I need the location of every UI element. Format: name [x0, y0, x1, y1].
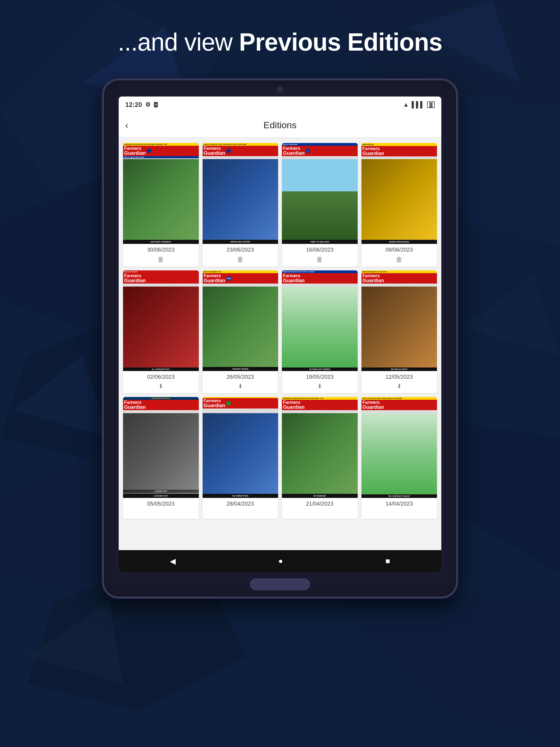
edition-date: 19/05/2023 [285, 374, 355, 380]
sim-icon: ▪ [154, 102, 158, 107]
edition-action [361, 508, 437, 519]
edition-cover: PIGS & POULTRY FIRST ISSUE SPECIAL FEATU… [361, 397, 437, 498]
download-icon[interactable]: ⬇ [397, 383, 402, 390]
edition-date-container: 14/04/2023 [361, 498, 437, 508]
edition-cover: FREE MACHINERY & TRACTOR FarmersGuardian… [361, 271, 437, 371]
edition-action [123, 508, 199, 519]
heading-bold: Previous Editions [239, 28, 442, 56]
battery-icon: ▓ [427, 101, 435, 108]
edition-cover: FarmersGuardian NO DIRECTION [203, 397, 278, 498]
home-bar-area [250, 572, 310, 597]
edition-action[interactable]: ⬇ [203, 381, 278, 393]
edition-cover: DRILLING DOWN FarmersGuardian ILL-THOUGH… [123, 271, 199, 371]
download-icon[interactable]: ⬇ [317, 383, 322, 390]
edition-action[interactable]: ⬇ [361, 381, 437, 393]
home-bar[interactable] [250, 578, 310, 590]
edition-date: 09/06/2023 [364, 247, 434, 253]
edition-cover: BEST OF BREEDS 136 FarmersGuardian 136 T… [203, 271, 278, 371]
edition-cover: CORONATION SPECIAL FarmersGuardian LOCKE… [123, 397, 199, 498]
edition-date: 12/05/2023 [364, 374, 434, 380]
edition-card[interactable]: OSR FOCUS FarmersGuardian MIXED MESSAGES… [361, 143, 437, 266]
edition-date: 21/04/2023 [285, 500, 355, 507]
edition-date-container: 02/06/2023 [123, 371, 199, 381]
svg-marker-14 [465, 274, 560, 356]
edition-action[interactable]: 🗑 [203, 254, 278, 266]
edition-action[interactable]: 🗑 [282, 254, 358, 266]
svg-marker-15 [27, 601, 123, 684]
edition-date-container: 05/05/2023 [123, 498, 199, 508]
edition-date-container: 28/04/2023 [203, 498, 278, 508]
edition-card[interactable]: DIVERSIFICATION BOOSTING BOTTOM LINES - … [282, 397, 358, 519]
svg-marker-10 [328, 574, 560, 747]
edition-date-container: 23/06/2023 [203, 244, 278, 254]
edition-card[interactable]: PIGS & POULTRY FIRST ISSUE SPECIAL FEATU… [361, 397, 437, 519]
back-nav-button[interactable]: ◀ [170, 557, 176, 566]
edition-action[interactable]: ⬇ [282, 381, 358, 393]
edition-action[interactable]: 🗑 [123, 254, 199, 266]
download-icon[interactable]: ⬇ [238, 383, 243, 390]
edition-date: 23/06/2023 [205, 247, 276, 253]
heading-prefix: ...and view [118, 28, 239, 56]
status-right: ▲ ▌▌▌ ▓ [403, 101, 435, 108]
editions-grid: DIVERSIFICATION BOOSTING INCOME STREAMS … [123, 143, 437, 519]
delete-icon[interactable]: 🗑 [316, 256, 323, 263]
edition-card[interactable]: SHOW SEASON IS BACK WITH A BANG! Farmers… [282, 271, 358, 393]
app-header: ‹ Editions [119, 113, 441, 137]
edition-cover: GRANTS SPECIAL LIMIT AVAILABLE FOR YOUR … [203, 143, 278, 244]
delete-icon[interactable]: 🗑 [237, 256, 244, 263]
page-heading: ...and view Previous Editions [118, 27, 442, 57]
nav-bar: ◀ ● ■ [119, 550, 441, 572]
edition-date: 05/05/2023 [126, 500, 196, 507]
edition-action[interactable]: ⬇ [123, 381, 199, 393]
edition-date-container: 16/06/2023 [282, 244, 358, 254]
edition-card-coronation[interactable]: CORONATION SPECIAL FarmersGuardian LOCKE… [123, 397, 199, 519]
delete-icon[interactable]: 🗑 [157, 256, 164, 263]
edition-date-container: 26/05/2023 [203, 371, 278, 381]
volume-button [456, 217, 458, 233]
edition-date-container: 21/04/2023 [282, 498, 358, 508]
edition-card[interactable]: FarmersGuardian NO DIRECTION 28/04/2023 [203, 397, 278, 519]
edition-date: 28/04/2023 [205, 500, 276, 507]
edition-date: 16/06/2023 [285, 247, 355, 253]
camera-dot [277, 86, 283, 93]
signal-icon: ▌▌▌ [412, 101, 425, 108]
edition-date-container: 09/06/2023 [361, 244, 437, 254]
edition-date-container: 19/05/2023 [282, 371, 358, 381]
content-area[interactable]: DIVERSIFICATION BOOSTING INCOME STREAMS … [119, 137, 441, 550]
edition-action [282, 508, 358, 519]
edition-action [203, 508, 278, 519]
tablet-frame: 12:20 ⚙ ▪ ▲ ▌▌▌ ▓ ‹ Editions [102, 79, 458, 598]
edition-cover: DIVERSIFICATION BOOSTING INCOME STREAMS … [123, 143, 199, 244]
edition-date: 30/06/2023 [126, 247, 196, 253]
status-time: 12:20 [125, 101, 142, 108]
edition-date-container: 12/05/2023 [361, 371, 437, 381]
svg-marker-13 [14, 356, 109, 437]
download-icon[interactable]: ⬇ [158, 383, 163, 390]
edition-card[interactable]: DIVERSIFICATION BOOSTING INCOME STREAMS … [123, 143, 199, 266]
tablet-screen: 12:20 ⚙ ▪ ▲ ▌▌▌ ▓ ‹ Editions [119, 97, 441, 572]
edition-card[interactable]: FREE MACHINERY & TRACTOR FarmersGuardian… [361, 271, 437, 393]
status-bar: 12:20 ⚙ ▪ ▲ ▌▌▌ ▓ [119, 97, 441, 113]
wifi-icon: ▲ [403, 101, 409, 108]
edition-card[interactable]: BEST OF BREEDS 136 FarmersGuardian 136 T… [203, 271, 278, 393]
edition-cover: DIVERSIFICATION BOOSTING BOTTOM LINES - … [282, 397, 358, 498]
edition-cover: ROYAL HIGHLAND FarmersGuardian 4 TIME TO… [282, 143, 358, 244]
power-button [456, 184, 458, 206]
status-left: 12:20 ⚙ ▪ [125, 101, 158, 108]
edition-date: 26/05/2023 [205, 374, 276, 380]
edition-cover: OSR FOCUS FarmersGuardian MIXED MESSAGES [361, 143, 437, 244]
edition-cover: SHOW SEASON IS BACK WITH A BANG! Farmers… [282, 271, 358, 371]
recent-nav-button[interactable]: ■ [385, 557, 390, 565]
edition-card[interactable]: ROYAL HIGHLAND FarmersGuardian 4 TIME TO… [282, 143, 358, 266]
edition-card[interactable]: GRANTS SPECIAL LIMIT AVAILABLE FOR YOUR … [203, 143, 278, 266]
edition-card[interactable]: DRILLING DOWN FarmersGuardian ILL-THOUGH… [123, 271, 199, 393]
editions-title: Editions [263, 120, 297, 130]
back-button[interactable]: ‹ [125, 120, 128, 130]
delete-icon[interactable]: 🗑 [396, 256, 403, 263]
gear-icon: ⚙ [145, 101, 151, 108]
edition-date-container: 30/06/2023 [123, 244, 199, 254]
home-nav-button[interactable]: ● [278, 557, 283, 565]
edition-date: 02/06/2023 [126, 374, 196, 380]
edition-date: 14/04/2023 [364, 500, 434, 507]
edition-action[interactable]: 🗑 [361, 254, 437, 266]
